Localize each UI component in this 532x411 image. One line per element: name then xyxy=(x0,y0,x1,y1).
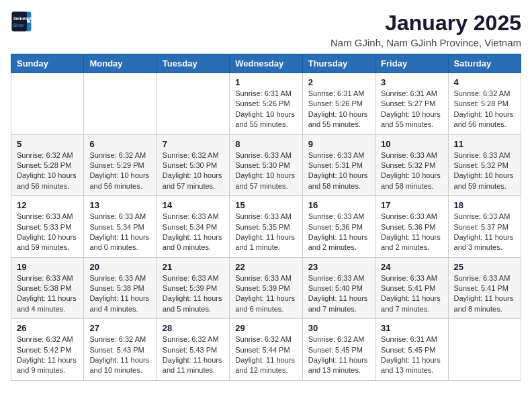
day-info: Sunrise: 6:31 AM Sunset: 5:26 PM Dayligh… xyxy=(235,89,296,130)
day-info: Sunrise: 6:33 AM Sunset: 5:32 PM Dayligh… xyxy=(381,150,442,192)
calendar-cell: 8Sunrise: 6:33 AM Sunset: 5:30 PM Daylig… xyxy=(230,134,302,196)
calendar-cell: 9Sunrise: 6:33 AM Sunset: 5:31 PM Daylig… xyxy=(302,134,375,196)
calendar-cell: 6Sunrise: 6:32 AM Sunset: 5:29 PM Daylig… xyxy=(84,134,157,196)
calendar-cell: 12Sunrise: 6:33 AM Sunset: 5:33 PM Dayli… xyxy=(11,196,84,258)
header-friday: Friday xyxy=(375,54,448,73)
svg-text:General: General xyxy=(13,15,32,21)
day-info: Sunrise: 6:33 AM Sunset: 5:36 PM Dayligh… xyxy=(381,212,442,253)
day-number: 15 xyxy=(235,200,296,210)
calendar-cell: 30Sunrise: 6:32 AM Sunset: 5:45 PM Dayli… xyxy=(302,319,375,381)
calendar-cell: 15Sunrise: 6:33 AM Sunset: 5:35 PM Dayli… xyxy=(230,196,302,258)
day-info: Sunrise: 6:32 AM Sunset: 5:43 PM Dayligh… xyxy=(89,334,150,376)
calendar-cell: 27Sunrise: 6:32 AM Sunset: 5:43 PM Dayli… xyxy=(84,319,157,381)
day-number: 26 xyxy=(17,323,78,333)
day-number: 16 xyxy=(308,200,369,210)
calendar-cell: 24Sunrise: 6:33 AM Sunset: 5:41 PM Dayli… xyxy=(375,257,448,319)
day-info: Sunrise: 6:33 AM Sunset: 5:30 PM Dayligh… xyxy=(235,150,296,192)
week-row-5: 26Sunrise: 6:32 AM Sunset: 5:42 PM Dayli… xyxy=(11,319,521,381)
calendar-cell: 7Sunrise: 6:32 AM Sunset: 5:30 PM Daylig… xyxy=(157,134,229,196)
day-info: Sunrise: 6:32 AM Sunset: 5:29 PM Dayligh… xyxy=(89,150,150,192)
calendar-table: SundayMondayTuesdayWednesdayThursdayFrid… xyxy=(11,54,521,381)
calendar-cell: 29Sunrise: 6:32 AM Sunset: 5:44 PM Dayli… xyxy=(230,319,302,381)
day-info: Sunrise: 6:33 AM Sunset: 5:32 PM Dayligh… xyxy=(454,150,515,192)
header-sunday: Sunday xyxy=(11,54,84,73)
calendar-cell: 10Sunrise: 6:33 AM Sunset: 5:32 PM Dayli… xyxy=(375,134,448,196)
day-number: 31 xyxy=(381,323,442,333)
week-row-2: 5Sunrise: 6:32 AM Sunset: 5:28 PM Daylig… xyxy=(11,134,521,196)
day-info: Sunrise: 6:33 AM Sunset: 5:35 PM Dayligh… xyxy=(235,212,296,253)
calendar-cell: 14Sunrise: 6:33 AM Sunset: 5:34 PM Dayli… xyxy=(157,196,229,258)
day-info: Sunrise: 6:33 AM Sunset: 5:34 PM Dayligh… xyxy=(163,212,224,253)
calendar-cell: 28Sunrise: 6:32 AM Sunset: 5:43 PM Dayli… xyxy=(157,319,229,381)
day-info: Sunrise: 6:33 AM Sunset: 5:33 PM Dayligh… xyxy=(17,212,78,253)
day-number: 7 xyxy=(163,139,224,149)
calendar-cell: 31Sunrise: 6:31 AM Sunset: 5:45 PM Dayli… xyxy=(375,319,448,381)
day-info: Sunrise: 6:32 AM Sunset: 5:30 PM Dayligh… xyxy=(163,150,224,192)
calendar-cell xyxy=(11,73,84,135)
day-info: Sunrise: 6:33 AM Sunset: 5:39 PM Dayligh… xyxy=(163,273,224,315)
day-info: Sunrise: 6:32 AM Sunset: 5:44 PM Dayligh… xyxy=(235,334,296,376)
logo: General Blue xyxy=(11,11,32,32)
day-info: Sunrise: 6:32 AM Sunset: 5:28 PM Dayligh… xyxy=(454,89,515,130)
calendar-cell: 25Sunrise: 6:33 AM Sunset: 5:41 PM Dayli… xyxy=(448,257,521,319)
calendar-cell: 16Sunrise: 6:33 AM Sunset: 5:36 PM Dayli… xyxy=(302,196,375,258)
calendar-subtitle: Nam GJinh, Nam GJinh Province, Vietnam xyxy=(330,37,521,48)
calendar-cell xyxy=(448,319,521,381)
day-number: 8 xyxy=(235,139,296,149)
day-number: 27 xyxy=(89,323,150,333)
day-info: Sunrise: 6:33 AM Sunset: 5:34 PM Dayligh… xyxy=(89,212,150,253)
day-number: 19 xyxy=(17,262,78,272)
day-info: Sunrise: 6:33 AM Sunset: 5:38 PM Dayligh… xyxy=(89,273,150,315)
day-number: 22 xyxy=(235,262,296,272)
calendar-cell: 2Sunrise: 6:31 AM Sunset: 5:26 PM Daylig… xyxy=(302,73,375,135)
day-number: 17 xyxy=(381,200,442,210)
day-number: 24 xyxy=(381,262,442,272)
header-monday: Monday xyxy=(84,54,157,73)
day-info: Sunrise: 6:33 AM Sunset: 5:40 PM Dayligh… xyxy=(308,273,369,315)
day-info: Sunrise: 6:31 AM Sunset: 5:26 PM Dayligh… xyxy=(308,89,369,130)
header-wednesday: Wednesday xyxy=(230,54,302,73)
calendar-cell xyxy=(157,73,229,135)
day-number: 18 xyxy=(454,200,515,210)
day-info: Sunrise: 6:33 AM Sunset: 5:37 PM Dayligh… xyxy=(454,212,515,253)
day-info: Sunrise: 6:33 AM Sunset: 5:41 PM Dayligh… xyxy=(381,273,442,315)
calendar-cell: 26Sunrise: 6:32 AM Sunset: 5:42 PM Dayli… xyxy=(11,319,84,381)
day-info: Sunrise: 6:33 AM Sunset: 5:36 PM Dayligh… xyxy=(308,212,369,253)
day-number: 30 xyxy=(308,323,369,333)
header-thursday: Thursday xyxy=(302,54,375,73)
calendar-cell: 11Sunrise: 6:33 AM Sunset: 5:32 PM Dayli… xyxy=(448,134,521,196)
day-number: 9 xyxy=(308,139,369,149)
day-number: 6 xyxy=(89,139,150,149)
calendar-cell: 20Sunrise: 6:33 AM Sunset: 5:38 PM Dayli… xyxy=(84,257,157,319)
calendar-cell: 21Sunrise: 6:33 AM Sunset: 5:39 PM Dayli… xyxy=(157,257,229,319)
day-number: 25 xyxy=(454,262,515,272)
calendar-cell: 17Sunrise: 6:33 AM Sunset: 5:36 PM Dayli… xyxy=(375,196,448,258)
logo-icon: General Blue xyxy=(11,11,32,32)
day-number: 12 xyxy=(17,200,78,210)
day-info: Sunrise: 6:31 AM Sunset: 5:45 PM Dayligh… xyxy=(381,334,442,376)
day-info: Sunrise: 6:31 AM Sunset: 5:27 PM Dayligh… xyxy=(381,89,442,130)
week-row-4: 19Sunrise: 6:33 AM Sunset: 5:38 PM Dayli… xyxy=(11,257,521,319)
calendar-cell: 13Sunrise: 6:33 AM Sunset: 5:34 PM Dayli… xyxy=(84,196,157,258)
day-number: 23 xyxy=(308,262,369,272)
day-number: 10 xyxy=(381,139,442,149)
week-row-3: 12Sunrise: 6:33 AM Sunset: 5:33 PM Dayli… xyxy=(11,196,521,258)
day-number: 3 xyxy=(381,77,442,87)
calendar-cell: 22Sunrise: 6:33 AM Sunset: 5:39 PM Dayli… xyxy=(230,257,302,319)
calendar-cell: 5Sunrise: 6:32 AM Sunset: 5:28 PM Daylig… xyxy=(11,134,84,196)
header-tuesday: Tuesday xyxy=(157,54,229,73)
day-number: 28 xyxy=(163,323,224,333)
calendar-cell: 4Sunrise: 6:32 AM Sunset: 5:28 PM Daylig… xyxy=(448,73,521,135)
calendar-cell xyxy=(84,73,157,135)
week-row-1: 1Sunrise: 6:31 AM Sunset: 5:26 PM Daylig… xyxy=(11,73,521,135)
day-number: 13 xyxy=(89,200,150,210)
day-info: Sunrise: 6:33 AM Sunset: 5:41 PM Dayligh… xyxy=(454,273,515,315)
calendar-cell: 18Sunrise: 6:33 AM Sunset: 5:37 PM Dayli… xyxy=(448,196,521,258)
calendar-cell: 23Sunrise: 6:33 AM Sunset: 5:40 PM Dayli… xyxy=(302,257,375,319)
calendar-cell: 19Sunrise: 6:33 AM Sunset: 5:38 PM Dayli… xyxy=(11,257,84,319)
calendar-title: January 2025 xyxy=(330,11,521,36)
calendar-header-row: SundayMondayTuesdayWednesdayThursdayFrid… xyxy=(11,54,521,73)
day-number: 5 xyxy=(17,139,78,149)
day-info: Sunrise: 6:32 AM Sunset: 5:45 PM Dayligh… xyxy=(308,334,369,376)
title-block: January 2025 Nam GJinh, Nam GJinh Provin… xyxy=(330,11,521,48)
